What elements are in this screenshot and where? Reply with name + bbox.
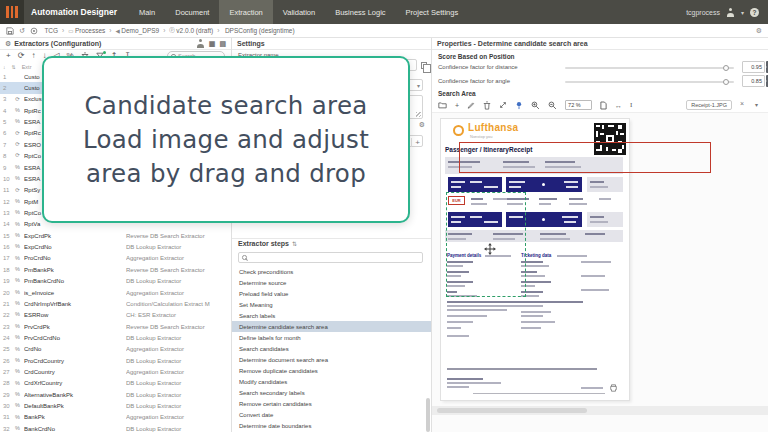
add-icon[interactable]: + <box>6 52 11 60</box>
extractor-row[interactable]: 29 % AlternativeBankPk DB Lookup Extract… <box>0 389 231 400</box>
help-icon[interactable]: ? <box>750 8 759 17</box>
user-menu-chevron-icon[interactable]: ▾ <box>741 9 744 16</box>
confidence-angle-slider[interactable] <box>565 81 734 83</box>
expand-icon[interactable] <box>499 101 507 109</box>
scrollbar-thumb[interactable] <box>437 408 587 413</box>
user-avatar-icon[interactable] <box>726 8 735 17</box>
extractor-step-item[interactable]: Preload field value <box>232 288 431 299</box>
extractor-row[interactable]: 19 % PmBankCrdNo DB Lookup Extractor <box>0 275 231 286</box>
edit-icon[interactable] <box>467 101 475 109</box>
extractor-row[interactable]: 26 % ProCrdCountry DB Lookup Extractor <box>0 355 231 366</box>
resize-grip[interactable] <box>416 112 421 117</box>
breadcrumb-item[interactable]: DPSConfig (designtime) <box>213 27 294 34</box>
menu-item[interactable]: Extraction <box>219 0 272 24</box>
extractor-step-item[interactable]: Modify candidates <box>232 377 431 388</box>
add-icon[interactable]: + <box>455 102 459 109</box>
zoom-out-icon[interactable] <box>548 101 557 110</box>
breadcrumb-item[interactable]: TCG <box>43 27 58 34</box>
extractor-step-item[interactable]: Determine date boundaries <box>232 421 431 432</box>
extractor-step-item[interactable]: Determine candidate search area <box>232 321 431 332</box>
extractor-row[interactable]: 16 % ExpCrdNo DB Lookup Extractor <box>0 241 231 252</box>
extractor-row[interactable]: 15 % ExpCrdPk Reverse DB Search Extracto… <box>0 230 231 241</box>
breadcrumb-item[interactable]: Ⓟv2.0.0 (draft) <box>159 27 213 34</box>
zoom-in-icon[interactable] <box>531 101 540 110</box>
document-viewer[interactable]: Lufthansa Nonstop you Passenger / Itiner… <box>432 112 768 432</box>
steps-scrollbar[interactable] <box>426 398 430 432</box>
extractor-row[interactable]: 30 % DefaultBankPk DB Lookup Extractor <box>0 400 231 411</box>
zoom-level-input[interactable]: 72 % <box>565 100 592 110</box>
row-number: 1 <box>0 74 11 80</box>
extractor-name: PrvCrdCrdNo <box>24 335 126 341</box>
save-icon[interactable] <box>6 27 14 35</box>
extractor-step-item[interactable]: Convert date <box>232 410 431 421</box>
document-file-select[interactable]: Receipt-1.JPG <box>686 100 732 110</box>
extractor-step-item[interactable]: Search secondary labels <box>232 388 431 399</box>
extractor-name: CrdNrImpVrfBank <box>24 301 126 307</box>
extractor-step-item[interactable]: Search candidates <box>232 343 431 354</box>
undo-icon[interactable]: ↺ <box>19 27 25 35</box>
chevron-down-icon[interactable]: ▾ <box>755 101 758 108</box>
sort-toggle-icon[interactable]: ⇅ <box>12 64 16 70</box>
extractor-row[interactable]: 18 % PmBankPk Reverse DB Search Extracto… <box>0 264 231 275</box>
increment-icon[interactable]: + <box>411 138 420 147</box>
user-assign-icon[interactable] <box>196 39 205 48</box>
menu-item[interactable]: Document <box>165 0 219 24</box>
extractor-step-item[interactable]: Check preconditions <box>232 266 431 277</box>
page-icon[interactable] <box>600 101 607 110</box>
steps-search-input[interactable] <box>238 252 423 263</box>
extractor-row[interactable]: 25 % CrdNo Aggregation Extractor <box>0 344 231 355</box>
extractor-step-item[interactable]: Set Meaning <box>232 299 431 310</box>
refresh-icon[interactable]: ⟳ <box>18 52 25 60</box>
extractor-step-item[interactable]: Determine document search area <box>232 355 431 366</box>
viewer-horizontal-scrollbar[interactable] <box>432 406 768 415</box>
confidence-angle-value[interactable]: 0.85 <box>742 75 765 87</box>
extractor-step-item[interactable]: Define labels for month <box>232 332 431 343</box>
extractor-row[interactable]: 22 % ESRRow CH: ESR Extractor <box>0 310 231 321</box>
search-area-toolbar: + 72 % ↔ I Rece <box>432 98 768 112</box>
extractor-row[interactable]: 28 % CrdXrfCountry DB Lookup Extractor <box>0 378 231 389</box>
close-icon[interactable]: × <box>740 100 744 107</box>
slider-handle[interactable] <box>723 79 730 86</box>
text-cursor-icon[interactable]: I <box>630 102 632 109</box>
confidence-distance-slider[interactable] <box>565 67 734 69</box>
extractor-row[interactable]: 32 % BankCrdNo DB Lookup Extractor <box>0 423 231 432</box>
menu-item[interactable]: Validation <box>273 0 325 24</box>
settings-gear-icon[interactable]: ⚙ <box>419 121 425 129</box>
menu-item[interactable]: Business Logic <box>325 0 395 24</box>
app-logo[interactable] <box>0 0 24 24</box>
menu-item[interactable]: Project Settings <box>396 0 469 24</box>
menu-item[interactable]: Main <box>129 0 165 24</box>
copy-icon[interactable] <box>421 62 427 69</box>
extractor-row[interactable]: 21 % CrdNrImpVrfBank Condition/Calculati… <box>0 298 231 309</box>
extractor-step-item[interactable]: Remove certain candidates <box>232 399 431 410</box>
name-column-header[interactable]: Extr <box>22 64 32 70</box>
delete-icon[interactable] <box>483 101 491 110</box>
extractor-type: Aggregation Extractor <box>126 414 231 420</box>
breadcrumb-item[interactable]: ▭Processes <box>58 27 105 34</box>
breadcrumb-item[interactable]: ◀Demo_DPS9 <box>105 27 159 34</box>
extractor-row[interactable]: 17 % ProCrdNo Aggregation Extractor <box>0 253 231 264</box>
extractor-row[interactable]: 27 % CrdCountry Aggregation Extractor <box>0 366 231 377</box>
extractor-row[interactable]: 23 % PrvCrdPk Reverse DB Search Extracto… <box>0 321 231 332</box>
extractor-name: BankCrdNo <box>24 426 126 432</box>
extractor-name: ProCrdCountry <box>24 358 126 364</box>
extractor-step-item[interactable]: Remove duplicate candidates <box>232 366 431 377</box>
root-icon[interactable] <box>30 27 38 35</box>
open-folder-icon[interactable] <box>438 101 447 109</box>
extractor-row[interactable]: 20 % is_eInvoice Aggregation Extractor <box>0 287 231 298</box>
marker-icon[interactable] <box>515 101 523 110</box>
confidence-distance-value[interactable]: 0.95 <box>742 61 765 73</box>
slider-handle[interactable] <box>723 65 730 72</box>
extractor-step-item[interactable]: Determine source <box>232 277 431 288</box>
move-up-icon[interactable]: ↑ <box>31 52 35 60</box>
sort-number-icon[interactable]: ↓ <box>3 64 6 70</box>
breadcrumb-settings-icon[interactable]: ⚙ <box>756 27 762 35</box>
fit-width-icon[interactable]: ↔ <box>615 102 622 109</box>
row-number: 3 <box>0 96 11 102</box>
extractor-row[interactable]: 24 % PrvCrdCrdNo DB Lookup Extractor <box>0 332 231 343</box>
extractor-step-item[interactable]: Search labels <box>232 310 431 321</box>
steps-sort-icon[interactable]: ⇅ <box>292 240 297 247</box>
grid-view-icon[interactable]: ▦ <box>209 40 216 48</box>
list-view-icon[interactable]: ▤ <box>219 40 226 48</box>
extractor-row[interactable]: 31 % BankPk Aggregation Extractor <box>0 412 231 423</box>
